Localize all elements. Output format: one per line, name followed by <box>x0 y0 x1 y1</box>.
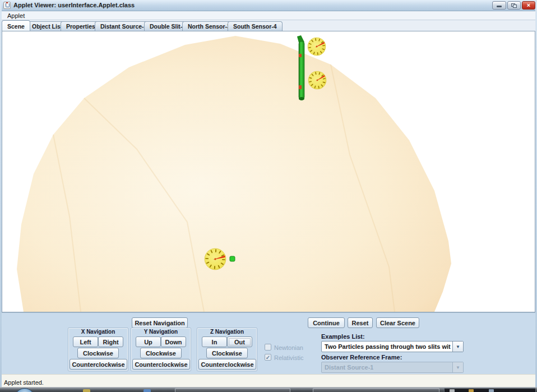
applet-viewer-window: Applet Viewer: userInterface.Applet.clas… <box>0 0 537 392</box>
minimize-button[interactable] <box>492 1 506 10</box>
z-navigation-title: Z Navigation <box>197 329 257 335</box>
menu-applet[interactable]: Applet <box>4 12 28 20</box>
clock-north-sensor <box>307 36 327 57</box>
close-button[interactable]: × <box>522 1 535 10</box>
java-coffee-icon <box>3 2 11 9</box>
reset-navigation-button[interactable]: Reset Navigation <box>132 317 188 328</box>
x-counterclockwise-button[interactable]: Counterclockwise <box>70 359 127 370</box>
check-icon: ✓ <box>266 354 270 361</box>
x-clockwise-button[interactable]: Clockwise <box>77 348 119 358</box>
window-title: Applet Viewer: userInterface.Applet.clas… <box>13 2 135 8</box>
observer-frame-value: Distant Source-1 <box>325 364 373 371</box>
examples-list-label: Examples List: <box>321 333 365 340</box>
examples-list-value: Two Particles passing through two slits … <box>325 343 451 350</box>
y-navigation-title: Y Navigation <box>131 329 191 335</box>
z-counterclockwise-button[interactable]: Counterclockwise <box>198 359 256 370</box>
continue-button[interactable]: Continue <box>308 317 345 328</box>
control-panel: Reset Navigation X Navigation Left Right… <box>2 312 535 374</box>
taskbar-button[interactable] <box>175 388 290 392</box>
scene-canvas <box>2 31 535 312</box>
z-navigation-group: Z Navigation In Out Clockwise Counterclo… <box>197 328 257 371</box>
z-in-button[interactable]: In <box>202 336 227 347</box>
chevron-down-icon-disabled: ▼ <box>452 362 463 372</box>
observer-frame-dropdown: Distant Source-1 ▼ <box>321 362 464 373</box>
y-down-button[interactable]: Down <box>161 336 186 347</box>
restore-button[interactable] <box>507 1 521 10</box>
title-bar: Applet Viewer: userInterface.Applet.clas… <box>0 0 537 11</box>
chevron-down-icon[interactable]: ▼ <box>452 342 463 352</box>
newtonian-checkbox[interactable] <box>265 344 271 351</box>
y-counterclockwise-button[interactable]: Counterclockwise <box>132 359 190 370</box>
observer-frame-label: Observer Reference Frame: <box>321 354 402 361</box>
minimize-icon <box>497 6 502 7</box>
windows-taskbar <box>0 387 537 392</box>
slit-door-bottom <box>299 85 302 89</box>
relativistic-label: Relativistic <box>274 354 304 361</box>
reset-button[interactable]: Reset <box>348 317 373 328</box>
menu-bar: Applet <box>2 11 535 20</box>
examples-list-dropdown[interactable]: Two Particles passing through two slits … <box>321 341 464 352</box>
particle-green <box>230 256 235 261</box>
z-out-button[interactable]: Out <box>227 336 252 347</box>
relativistic-checkbox[interactable]: ✓ <box>265 354 271 361</box>
y-clockwise-button[interactable]: Clockwise <box>140 348 182 358</box>
tab-strip: Scene Object List Properties Distant Sou… <box>2 20 535 31</box>
window-frame-left <box>0 0 2 387</box>
tray-icon[interactable] <box>469 389 474 392</box>
slit-door-top <box>299 54 302 57</box>
tab-south-sensor-4[interactable]: South Sensor-4 <box>228 21 283 31</box>
x-left-button[interactable]: Left <box>73 336 98 347</box>
pinned-app-icon[interactable] <box>143 389 151 392</box>
status-bar: Applet started. <box>2 374 535 387</box>
y-navigation-group: Y Navigation Up Down Clockwise Countercl… <box>131 328 191 371</box>
dome <box>17 36 451 312</box>
tab-scene[interactable]: Scene <box>2 20 30 31</box>
x-right-button[interactable]: Right <box>98 336 123 347</box>
newtonian-label: Newtonian <box>274 344 303 351</box>
z-clockwise-button[interactable]: Clockwise <box>206 348 248 358</box>
scene-viewport[interactable] <box>2 31 535 312</box>
status-text: Applet started. <box>4 379 44 386</box>
tray-icon[interactable] <box>489 389 494 392</box>
taskbar-button[interactable] <box>313 388 439 392</box>
pinned-app-icon[interactable] <box>83 389 90 392</box>
tray-icon[interactable] <box>450 389 455 392</box>
y-up-button[interactable]: Up <box>136 336 161 347</box>
x-navigation-title: X Navigation <box>68 329 128 335</box>
start-button[interactable] <box>15 388 35 392</box>
clear-scene-button[interactable]: Clear Scene <box>376 317 419 328</box>
x-navigation-group: X Navigation Left Right Clockwise Counte… <box>68 328 128 371</box>
